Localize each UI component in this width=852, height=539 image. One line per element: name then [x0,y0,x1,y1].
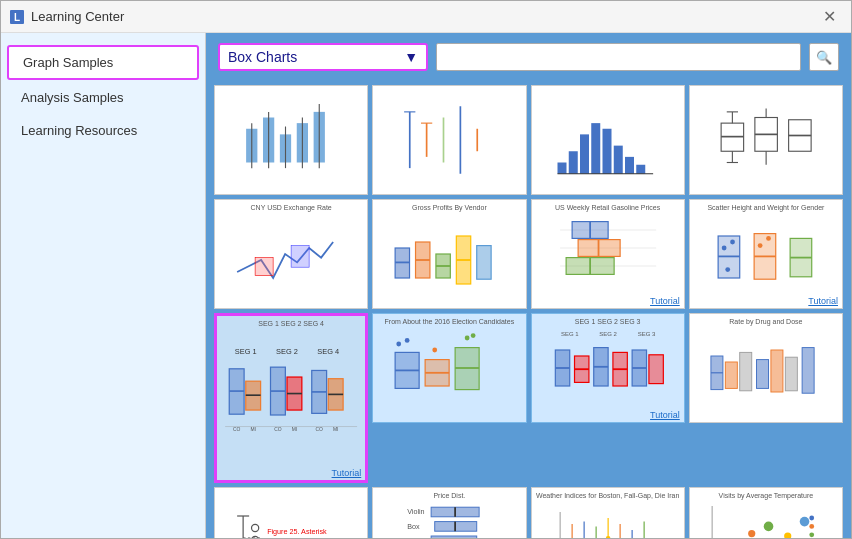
sidebar-item-analysis-samples[interactable]: Analysis Samples [7,82,199,113]
window-title: Learning Center [31,9,815,24]
gallery-item-16[interactable]: Visits by Average Temperature [689,487,843,538]
tutorial-link-11[interactable]: Tutorial [650,410,680,420]
chart-label-11: SEG 1 SEG 2 SEG 3 [536,318,680,326]
svg-text:Figure 25. Asterisk: Figure 25. Asterisk [267,527,327,536]
svg-point-64 [725,268,730,273]
sidebar-item-learning-resources[interactable]: Learning Resources [7,115,199,146]
dropdown-value: Box Charts [228,49,404,65]
chart-label-15: Weather Indices for Boston, Fall-Gap, Di… [536,492,680,500]
svg-rect-23 [602,129,611,174]
search-input[interactable] [436,43,801,71]
main-content: Graph Samples Analysis Samples Learning … [1,33,851,538]
sidebar-item-graph-samples[interactable]: Graph Samples [7,45,199,80]
gallery-item-2[interactable] [372,85,526,195]
svg-rect-125 [802,348,814,394]
gallery-item-7[interactable]: US Weekly Retail Gasoline Prices [531,199,685,309]
svg-rect-120 [725,362,737,388]
svg-point-67 [757,244,762,249]
search-button[interactable]: 🔍 [809,43,839,71]
svg-rect-121 [739,353,751,391]
gallery-item-5[interactable]: CNY USD Exchange Rate [214,199,368,309]
tutorial-link-8[interactable]: Tutorial [808,296,838,306]
svg-point-63 [730,240,735,245]
svg-rect-41 [291,246,309,268]
gallery-item-6[interactable]: Gross Profits By Vendor [372,199,526,309]
chart-label-12: Rate by Drug and Dose [694,318,838,326]
svg-text:L: L [14,12,20,23]
chart-label-8: Scatter Height and Weight for Gender [694,204,838,212]
category-dropdown[interactable]: Box Charts ▼ [218,43,428,71]
right-panel: Box Charts ▼ 🔍 [206,33,851,538]
svg-text:SEG 4: SEG 4 [317,347,339,356]
gallery-item-10[interactable]: From About the 2016 Election Candidates [372,313,526,423]
chart-label-6: Gross Profits By Vendor [377,204,521,212]
svg-point-62 [721,246,726,251]
svg-point-174 [809,524,814,529]
gallery: CNY USD Exchange Rate Gross Profits By [206,81,851,538]
search-icon: 🔍 [816,50,832,65]
gallery-item-9-selected[interactable]: SEG 1 SEG 2 SEG 4 SEG 1 SEG 2 SEG 4 [214,313,368,483]
svg-text:MI: MI [333,427,339,432]
gallery-item-14[interactable]: Price Dist. Violin Box Beeswarm Heatmap [372,487,526,538]
chart-label-14: Price Dist. [377,492,521,500]
search-bar: Box Charts ▼ 🔍 [206,33,851,81]
svg-rect-117 [648,355,662,384]
app-icon: L [9,9,25,25]
svg-rect-124 [785,358,797,392]
titlebar: L Learning Center ✕ [1,1,851,33]
chart-label-16: Visits by Average Temperature [694,492,838,500]
gallery-item-12[interactable]: Rate by Drug and Dose [689,313,843,423]
svg-point-102 [465,336,470,341]
tutorial-link-9[interactable]: Tutorial [332,468,362,478]
svg-text:CO: CO [315,427,323,432]
svg-rect-19 [557,163,566,174]
chart-label-7: US Weekly Retail Gasoline Prices [536,204,680,212]
close-button[interactable]: ✕ [815,3,843,31]
gallery-item-4[interactable] [689,85,843,195]
svg-point-103 [471,334,476,339]
svg-text:Box: Box [407,522,420,531]
svg-point-101 [433,348,438,353]
chart-label-5: CNY USD Exchange Rate [219,204,363,212]
svg-text:p<0.045: p<0.045 [267,537,293,538]
learning-center-window: L Learning Center ✕ Graph Samples Analys… [0,0,852,539]
chart-label-9: SEG 1 SEG 2 SEG 4 [221,320,361,328]
svg-rect-25 [625,157,634,174]
svg-rect-143 [431,536,477,538]
svg-point-173 [809,516,814,521]
svg-point-99 [397,342,402,347]
svg-text:CO: CO [274,427,282,432]
svg-text:SEG 2: SEG 2 [276,347,298,356]
svg-point-68 [766,236,771,241]
svg-text:SEG 2: SEG 2 [599,331,617,337]
svg-rect-123 [771,350,783,392]
svg-rect-20 [568,151,577,174]
svg-rect-50 [477,246,491,280]
svg-rect-26 [636,165,645,174]
gallery-item-3[interactable] [531,85,685,195]
svg-text:Violin: Violin [407,508,424,517]
svg-point-170 [784,533,791,538]
svg-rect-22 [591,123,600,174]
gallery-item-15[interactable]: Weather Indices for Boston, Fall-Gap, Di… [531,487,685,538]
svg-point-175 [809,533,814,538]
svg-point-100 [405,338,410,343]
svg-text:SEG 1: SEG 1 [560,331,578,337]
svg-point-126 [252,524,259,531]
svg-text:SEG 3: SEG 3 [637,331,655,337]
svg-text:MI: MI [292,427,298,432]
svg-text:CO: CO [233,427,241,432]
dropdown-arrow-icon: ▼ [404,49,418,65]
sidebar: Graph Samples Analysis Samples Learning … [1,33,206,538]
tutorial-link-7[interactable]: Tutorial [650,296,680,306]
gallery-item-8[interactable]: Scatter Height and Weight for Gender [689,199,843,309]
gallery-item-1[interactable] [214,85,368,195]
svg-text:MI: MI [250,427,256,432]
gallery-item-13[interactable]: Figure 25. Asterisk p<0.045 [214,487,368,538]
svg-text:SEG 1: SEG 1 [235,347,257,356]
gallery-item-11[interactable]: SEG 1 SEG 2 SEG 3 SEG 1 SEG 2 SEG 3 [531,313,685,423]
svg-rect-24 [613,146,622,174]
svg-rect-122 [756,360,768,389]
svg-point-154 [605,536,610,538]
svg-rect-40 [255,258,273,276]
